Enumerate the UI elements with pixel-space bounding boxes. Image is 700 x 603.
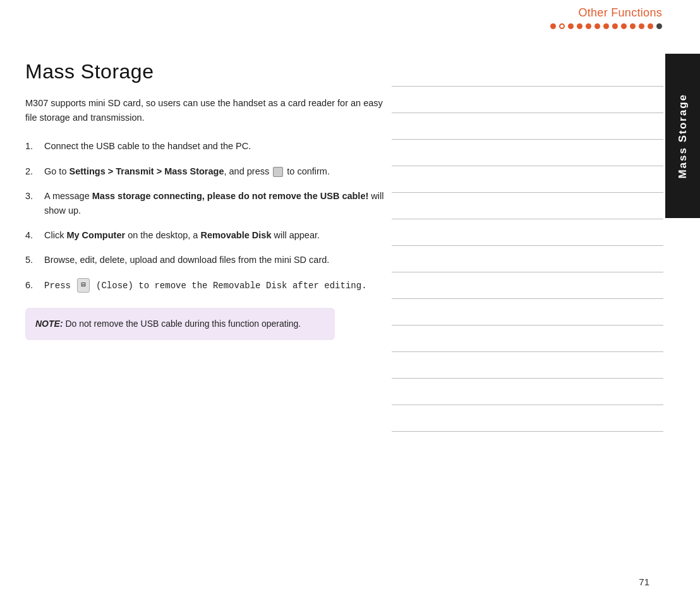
steps-list: 1. Connect the USB cable to the handset …: [25, 139, 392, 293]
dot-7: [603, 23, 609, 29]
step-1-num: 1.: [25, 139, 44, 154]
line-1: [392, 60, 663, 87]
step-2-text: Go to Settings > Transmit > Mass Storage…: [44, 164, 392, 179]
step-1-text: Connect the USB cable to the handset and…: [44, 139, 392, 154]
dot-3: [568, 23, 574, 29]
page-number: 71: [639, 576, 649, 587]
page-header: Other Functions: [30, 0, 700, 54]
step-4-num: 4.: [25, 228, 44, 243]
intro-paragraph: M307 supports mini SD card, so users can…: [25, 96, 392, 125]
step-5-num: 5.: [25, 253, 44, 267]
note-text: Do not remove the USB cable during this …: [65, 319, 301, 329]
dot-11: [639, 23, 644, 29]
dot-2: [559, 23, 565, 29]
line-8: [392, 246, 663, 272]
step-3: 3. A message Mass storage connecting, pl…: [25, 189, 392, 218]
step-1: 1. Connect the USB cable to the handset …: [25, 139, 392, 154]
dot-13: [656, 23, 662, 29]
confirm-button-icon: [273, 167, 283, 177]
step-3-text: A message Mass storage connecting, pleas…: [44, 189, 392, 218]
step-6-num: 6.: [25, 278, 44, 293]
line-12: [392, 352, 663, 379]
step-4: 4. Click My Computer on the desktop, a R…: [25, 228, 392, 243]
line-7: [392, 219, 663, 246]
step-6: 6. Press ⊟ (Close) to remove the Removab…: [25, 278, 392, 293]
dots-decoration: [550, 23, 662, 29]
step-2: 2. Go to Settings > Transmit > Mass Stor…: [25, 164, 392, 179]
step-6-text: Press ⊟ (Close) to remove the Removable …: [44, 278, 392, 293]
line-3: [392, 113, 663, 140]
dot-6: [594, 23, 600, 29]
dot-9: [621, 23, 627, 29]
line-10: [392, 299, 663, 326]
step-3-num: 3.: [25, 189, 44, 204]
step-5-text: Browse, edit, delete, upload and downloa…: [44, 253, 392, 267]
line-6: [392, 193, 663, 219]
right-column-lines: [392, 54, 663, 432]
line-14: [392, 405, 663, 432]
line-4: [392, 140, 663, 166]
dot-8: [612, 23, 618, 29]
sidebar-tab-label: Mass Storage: [677, 94, 689, 179]
line-13: [392, 379, 663, 405]
note-label: NOTE:: [35, 319, 63, 329]
step-4-text: Click My Computer on the desktop, a Remo…: [44, 228, 392, 243]
dot-1: [550, 23, 556, 29]
line-9: [392, 272, 663, 299]
main-content: Mass Storage M307 supports mini SD card,…: [25, 54, 392, 340]
page-title: Mass Storage: [25, 60, 392, 83]
section-title: Other Functions: [578, 6, 662, 20]
dot-5: [586, 23, 591, 29]
step-2-num: 2.: [25, 164, 44, 179]
line-5: [392, 166, 663, 193]
dot-10: [630, 23, 636, 29]
dot-12: [648, 23, 653, 29]
line-2: [392, 87, 663, 113]
line-11: [392, 326, 663, 352]
note-box: NOTE: Do not remove the USB cable during…: [25, 308, 335, 339]
close-button-icon: ⊟: [77, 278, 89, 293]
step-5: 5. Browse, edit, delete, upload and down…: [25, 253, 392, 267]
sidebar-tab: Mass Storage: [665, 54, 700, 218]
dot-4: [577, 23, 582, 29]
